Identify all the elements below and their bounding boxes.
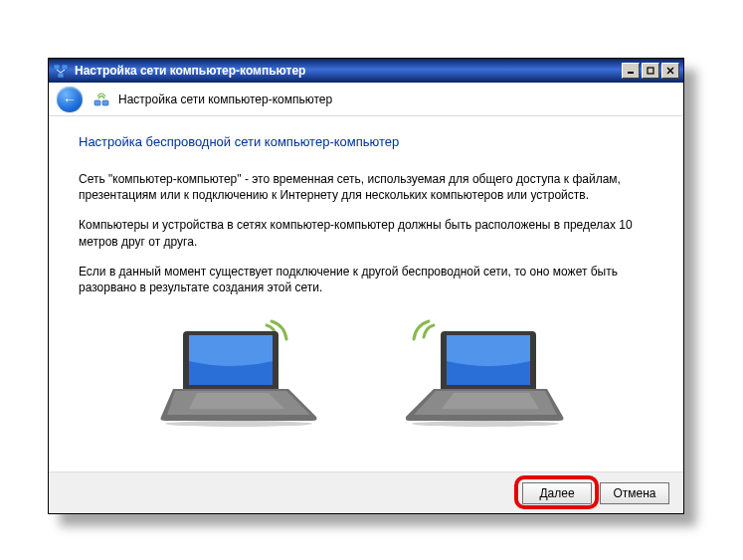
cancel-button[interactable]: Отмена bbox=[600, 482, 669, 504]
wizard-title: Настройка сети компьютер-компьютер bbox=[118, 93, 332, 106]
network-icon bbox=[53, 63, 69, 79]
svg-rect-1 bbox=[62, 65, 68, 70]
svg-rect-10 bbox=[102, 100, 108, 105]
content-area: Настройка беспроводной сети компьютер-ко… bbox=[49, 116, 683, 471]
laptop-right-icon bbox=[406, 317, 575, 430]
illustration bbox=[79, 317, 653, 430]
description-paragraph-3: Если в данный момент существует подключе… bbox=[79, 264, 653, 295]
minimize-button[interactable] bbox=[622, 63, 640, 79]
titlebar: Настройка сети компьютер-компьютер bbox=[49, 59, 683, 83]
svg-rect-2 bbox=[58, 73, 64, 78]
maximize-button[interactable] bbox=[642, 63, 659, 79]
window-controls bbox=[620, 63, 679, 79]
page-heading: Настройка беспроводной сети компьютер-ко… bbox=[79, 134, 653, 149]
dialog-window: Настройка сети компьютер-компьютер ← Нас… bbox=[48, 58, 684, 514]
svg-point-11 bbox=[165, 421, 312, 427]
description-paragraph-1: Сеть "компьютер-компьютер" - это временн… bbox=[79, 171, 653, 203]
wizard-footer: Далее Отмена bbox=[49, 471, 683, 513]
window-title: Настройка сети компьютер-компьютер bbox=[75, 64, 620, 78]
description-paragraph-2: Компьютеры и устройства в сетях компьюте… bbox=[79, 217, 653, 249]
laptop-left-icon bbox=[157, 317, 326, 430]
next-button[interactable]: Далее bbox=[522, 482, 592, 504]
close-button[interactable] bbox=[661, 63, 679, 79]
back-button[interactable]: ← bbox=[57, 87, 83, 112]
svg-line-4 bbox=[61, 70, 65, 73]
svg-point-12 bbox=[412, 421, 559, 427]
svg-rect-6 bbox=[648, 68, 653, 74]
wizard-header: ← Настройка сети компьютер-компьютер bbox=[49, 83, 683, 116]
svg-rect-9 bbox=[94, 100, 100, 105]
svg-rect-0 bbox=[54, 65, 60, 70]
arrow-left-icon: ← bbox=[63, 93, 77, 106]
svg-line-3 bbox=[57, 70, 61, 73]
adhoc-network-icon bbox=[93, 91, 110, 108]
